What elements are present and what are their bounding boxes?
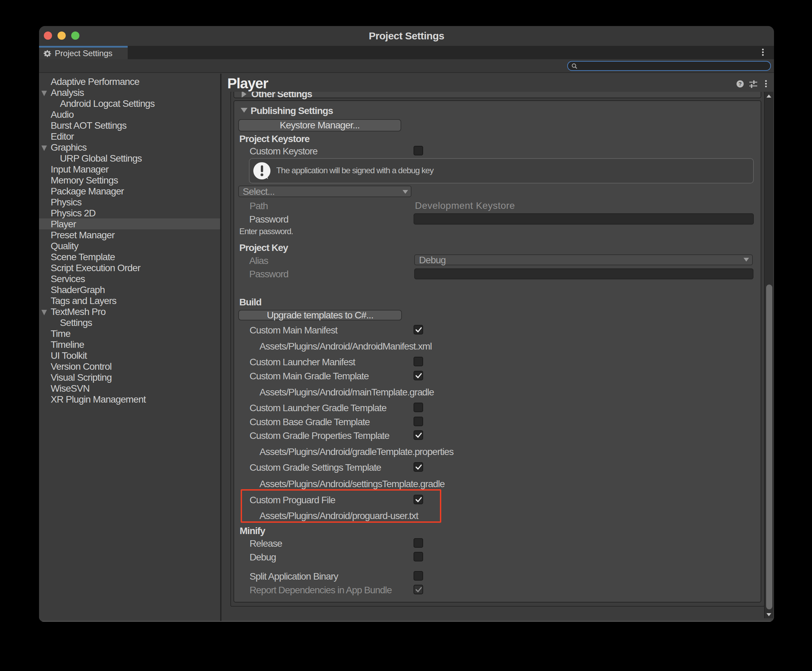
svg-text:?: ? [739, 81, 742, 87]
